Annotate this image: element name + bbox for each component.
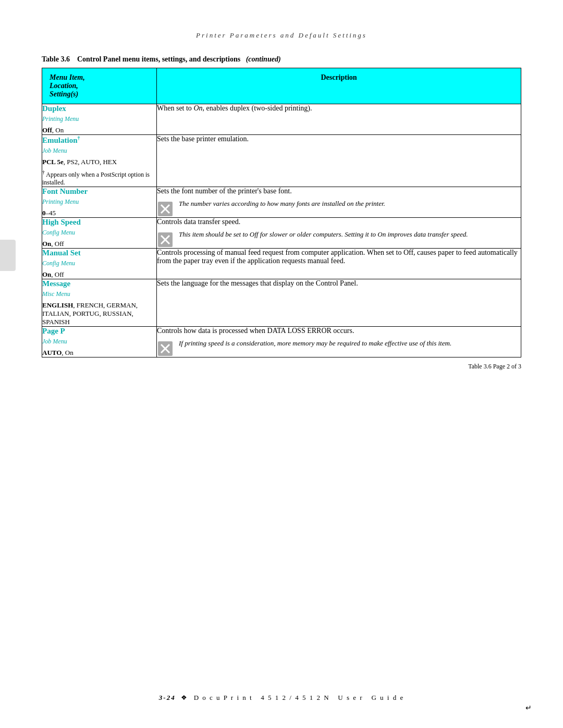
emulation-settings: PCL 5e, PS2, AUTO, HEX [42, 158, 156, 166]
message-description: Sets the language for the messages that … [157, 279, 521, 288]
manualset-description: Controls processing of manual feed reque… [157, 249, 521, 265]
highspeed-note-text: This item should be set to Off for slowe… [179, 230, 468, 239]
emulation-desc-col: Sets the base printer emulation. [157, 135, 521, 187]
pagep-desc-col: Controls how data is processed when DATA… [157, 327, 521, 357]
highspeed-name: High Speed [42, 218, 156, 227]
manualset-desc-col: Controls processing of manual feed reque… [157, 249, 521, 279]
table-row: Duplex Printing Menu Off, On When set to… [42, 104, 521, 135]
manualset-settings: On, Off [42, 270, 156, 279]
table-continued: (continued) [246, 55, 281, 63]
table-footer: Table 3.6 Page 2 of 3 [42, 363, 521, 371]
page-header: Printer Parameters and Default Settings [42, 31, 521, 40]
pagep-name: Page P [42, 327, 156, 336]
main-table: Menu Item, Location, Setting(s) Descript… [42, 68, 521, 357]
pagep-item-col: Page P Job Menu AUTO, On [42, 327, 157, 357]
table-description: Control Panel menu items, settings, and … [77, 55, 240, 63]
footer-page-num: 3-24 [159, 694, 176, 701]
footer-text: 3-24 ❖ D o c u P r i n t 4 5 1 2 / 4 5 1… [159, 694, 404, 702]
pagep-description: Controls how data is processed when DATA… [157, 327, 521, 335]
manualset-location: Config Menu [42, 260, 156, 267]
duplex-desc-col: When set to On, enables duplex (two-side… [157, 104, 521, 135]
table-row: High Speed Config Menu On, Off Controls … [42, 218, 521, 249]
pagep-note-text: If printing speed is a consideration, mo… [179, 339, 451, 348]
table-row: Page P Job Menu AUTO, On Controls how da… [42, 327, 521, 357]
pagep-note: If printing speed is a consideration, mo… [157, 339, 521, 357]
side-tab [0, 240, 16, 271]
message-desc-col: Sets the language for the messages that … [157, 279, 521, 327]
table-title: Table 3.6 Control Panel menu items, sett… [42, 55, 521, 64]
manualset-item-col: Manual Set Config Menu On, Off [42, 249, 157, 279]
emulation-item-col: Emulation† Job Menu PCL 5e, PS2, AUTO, H… [42, 135, 157, 187]
highspeed-item-col: High Speed Config Menu On, Off [42, 218, 157, 249]
message-settings: ENGLISH, FRENCH, GERMAN, ITALIAN, PORTUG… [42, 301, 156, 326]
message-location: Misc Menu [42, 290, 156, 298]
fontnumber-location: Printing Menu [42, 198, 156, 206]
page: Printer Parameters and Default Settings … [0, 0, 563, 728]
emulation-footnote: † Appears only when a PostScript option … [42, 169, 156, 187]
fontnumber-item-col: Font Number Printing Menu 0–45 [42, 187, 157, 218]
highspeed-desc-col: Controls data transfer speed. This item … [157, 218, 521, 249]
header-title: Printer Parameters and Default Settings [196, 31, 367, 39]
highspeed-note: This item should be set to Off for slowe… [157, 230, 521, 248]
table-number: Table 3.6 [42, 55, 70, 63]
fontnumber-description: Sets the font number of the printer's ba… [157, 187, 521, 195]
fontnumber-name: Font Number [42, 187, 156, 196]
footer-doc-title: D o c u P r i n t 4 5 1 2 / 4 5 1 2 N U … [194, 694, 405, 701]
table-row: Font Number Printing Menu 0–45 Sets the … [42, 187, 521, 218]
fontnumber-note: The number varies according to how many … [157, 200, 521, 217]
highspeed-description: Controls data transfer speed. [157, 218, 521, 226]
table-header-row: Menu Item, Location, Setting(s) Descript… [42, 68, 521, 104]
duplex-location: Printing Menu [42, 115, 156, 123]
fontnumber-desc-col: Sets the font number of the printer's ba… [157, 187, 521, 218]
page-footer: 3-24 ❖ D o c u P r i n t 4 5 1 2 / 4 5 1… [42, 694, 521, 702]
pagep-location: Job Menu [42, 338, 156, 346]
highspeed-settings: On, Off [42, 240, 156, 248]
message-name: Message [42, 279, 156, 288]
emulation-location: Job Menu [42, 147, 156, 155]
message-item-col: Message Misc Menu ENGLISH, FRENCH, GERMA… [42, 279, 157, 327]
note-icon [157, 340, 174, 357]
table-row: Manual Set Config Menu On, Off Controls … [42, 249, 521, 279]
pagep-settings: AUTO, On [42, 349, 156, 357]
table-row: Emulation† Job Menu PCL 5e, PS2, AUTO, H… [42, 135, 521, 187]
note-icon [157, 201, 174, 217]
duplex-name: Duplex [42, 104, 156, 113]
emulation-description: Sets the base printer emulation. [157, 135, 521, 143]
duplex-description: When set to On, enables duplex (two-side… [157, 104, 521, 113]
fontnumber-note-text: The number varies according to how many … [179, 200, 385, 208]
fontnumber-settings: 0–45 [42, 209, 156, 217]
duplex-settings: Off, On [42, 126, 156, 134]
corner-mark: ↵ [525, 704, 532, 712]
highspeed-location: Config Menu [42, 229, 156, 237]
emulation-name: Emulation† [42, 135, 156, 145]
duplex-item-col: Duplex Printing Menu Off, On [42, 104, 157, 135]
note-icon [157, 231, 174, 248]
manualset-name: Manual Set [42, 249, 156, 257]
col1-header: Menu Item, Location, Setting(s) [42, 68, 157, 104]
col2-header: Description [157, 68, 521, 104]
table-row: Message Misc Menu ENGLISH, FRENCH, GERMA… [42, 279, 521, 327]
